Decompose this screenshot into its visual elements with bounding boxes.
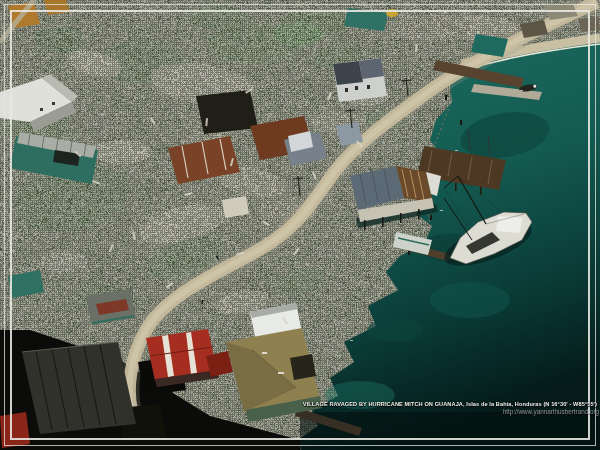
photo-credit-url: http://www.yannarthusbertrand.org: [503, 408, 599, 415]
aerial-photograph: [0, 0, 600, 450]
photo-caption: VILLAGE RAVAGED BY HURRICANE MITCH ON GU…: [303, 401, 597, 407]
photo-frame: VILLAGE RAVAGED BY HURRICANE MITCH ON GU…: [0, 0, 600, 450]
white-two-story-house: [333, 58, 387, 102]
